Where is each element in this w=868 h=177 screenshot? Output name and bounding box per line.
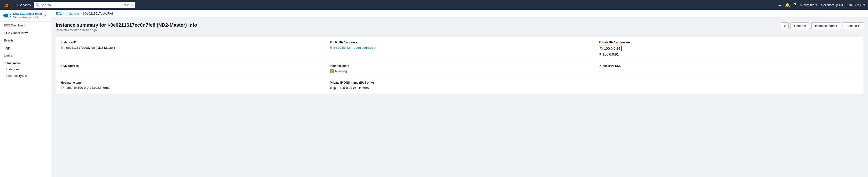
close-button[interactable]: ✕ (44, 13, 47, 18)
private-dns-label: Private IP DNS name (IPv4 only) (330, 81, 589, 84)
public-dns-dash: – (599, 69, 600, 73)
status-running: ✅ Running (330, 69, 347, 73)
hostname-type-value: IP name: ip-100-0-0-24.ec2.internal (61, 86, 320, 89)
toggle-feedback-link[interactable]: Tell us what you think (13, 16, 42, 19)
instance-id-value: ⧉ i-0e0211617ec0d7fe8 (ND2-Master) (61, 46, 320, 50)
instance-state-label: Instance state (815, 24, 835, 28)
copy-icon[interactable]: ⧉ (61, 46, 63, 50)
private-ip-2: 100.0.0.91 (602, 52, 619, 56)
public-dns-value: – (599, 69, 858, 73)
detail-cell-instance-id: Instance ID ⧉ i-0e0211617ec0d7fe8 (ND2-M… (56, 37, 325, 60)
refresh-icon: ↻ (783, 24, 786, 28)
sidebar-item-label: Limits (4, 54, 12, 57)
search-input[interactable] (41, 3, 121, 7)
ipv6-label: IPv6 address (61, 64, 320, 68)
refresh-button[interactable]: ↻ (781, 22, 788, 29)
open-address-link[interactable]: open address ↗ (354, 46, 376, 50)
sidebar-item-tags[interactable]: Tags (0, 44, 51, 52)
sidebar-item-instances[interactable]: Instances (0, 66, 51, 72)
section-arrow-icon: ▼ (4, 62, 6, 64)
public-ipv4-label: Public IPv4 address (330, 41, 589, 44)
instance-state-button[interactable]: Instance state ▾ (811, 22, 841, 29)
copy-icon[interactable]: ⧉ (599, 52, 601, 56)
detail-cell-public-dns: Public IPv4 DNS – (594, 60, 863, 77)
private-ip-item-2: ⧉ 100.0.0.91 (599, 52, 858, 56)
new-experience-toggle: New EC2 Experience Tell us what you thin… (0, 10, 51, 22)
breadcrumb-current: i-0e0211617ec0d7fe8 (83, 12, 114, 15)
private-dns-text: ip-100-0-0-24.ec2.internal (334, 86, 370, 90)
private-ip-1: 100.0.0.24 (604, 47, 620, 51)
main-content: EC2 › Instances › i-0e0211617ec0d7fe8 In… (51, 10, 868, 177)
actions-button[interactable]: Actions ▾ (843, 22, 863, 29)
pipe-separator: | (351, 46, 352, 50)
sidebar-item-ec2-dashboard[interactable]: EC2 Dashboard (0, 22, 51, 29)
nav-right: ☁ 🔔 ? N. Virginia ▾ aleccham @ 0393-2340… (777, 3, 865, 7)
user-menu[interactable]: aleccham @ 0393-2340-8238 ▾ (821, 3, 865, 7)
detail-grid: Instance ID ⧉ i-0e0211617ec0d7fe8 (ND2-M… (56, 37, 863, 94)
hostname-type-text: IP name: ip-100-0-0-24.ec2.internal (61, 86, 110, 89)
header-actions: ↻ Connect Instance state ▾ Actions ▾ (781, 22, 863, 29)
help-icon[interactable]: ? (794, 3, 796, 7)
cloud-icon[interactable]: ☁ (777, 3, 781, 7)
actions-label: Actions (846, 24, 857, 28)
detail-cell-instance-state: Instance state ✅ Running (325, 60, 594, 77)
instance-state-chevron-icon: ▾ (836, 24, 837, 28)
copy-icon[interactable]: ⧉ (600, 46, 602, 51)
connect-label: Connect (794, 24, 806, 28)
detail-cell-private-dns: Private IP DNS name (IPv4 only) ⧉ ip-100… (325, 77, 594, 94)
instance-header: Instance summary for i-0e0211617ec0d7fe8… (56, 22, 863, 32)
region-chevron-icon: ▾ (815, 3, 817, 7)
user-label: aleccham @ 0393-2340-8238 (821, 3, 862, 7)
search-shortcut: [Option+S] (121, 3, 133, 6)
content-area: Instance summary for i-0e0211617ec0d7fe8… (51, 18, 868, 99)
instance-state-cell-label: Instance state (330, 64, 589, 68)
status-text: Running (335, 69, 347, 73)
sidebar-item-label: Events (4, 38, 13, 42)
breadcrumb-sep2: › (81, 12, 82, 15)
instance-id-label: Instance ID (61, 41, 320, 44)
private-ipv4-label: Private IPv4 addresses (599, 41, 858, 44)
private-dns-value: ⧉ ip-100-0-0-24.ec2.internal (330, 86, 589, 90)
detail-cell-ipv6: IPv6 address – (56, 60, 325, 77)
sidebar-item-limits[interactable]: Limits (0, 52, 51, 59)
external-link-icon: ↗ (374, 46, 376, 50)
sidebar-item-label: EC2 Global View (4, 31, 28, 35)
connect-button[interactable]: Connect (790, 22, 809, 29)
aws-logo[interactable] (3, 2, 11, 8)
search-bar[interactable]: 🔍 [Option+S] (34, 2, 135, 8)
copy-icon[interactable]: ⧉ (330, 46, 332, 50)
detail-cell-public-ipv4: Public IPv4 address ⧉ 54.90.56.32 | open… (325, 37, 594, 60)
private-ip-list: ⧉ 100.0.0.24 ⧉ 100.0.0.91 (599, 46, 858, 56)
toggle-label: New EC2 Experience (13, 12, 42, 16)
sidebar-section-instances[interactable]: ▼ Instances (0, 59, 51, 66)
ipv6-value: – (61, 69, 320, 73)
breadcrumb-ec2[interactable]: EC2 (56, 12, 62, 15)
private-ip-highlight: ⧉ 100.0.0.24 (599, 46, 621, 51)
instance-state-cell-value: ✅ Running (330, 69, 589, 73)
sidebar-item-ec2-global-view[interactable]: EC2 Global View (0, 29, 51, 37)
region-label: N. Virginia (800, 3, 814, 7)
sidebar-item-label: EC2 Dashboard (4, 24, 26, 27)
bell-icon[interactable]: 🔔 (785, 3, 790, 7)
detail-cell-hostname-type: Hostname type IP name: ip-100-0-0-24.ec2… (56, 77, 325, 94)
hostname-type-label: Hostname type (61, 81, 320, 84)
user-chevron-icon: ▾ (863, 3, 865, 7)
open-address-text: open address (354, 46, 373, 50)
services-button[interactable]: ⊞ Services (14, 3, 31, 7)
info-badge[interactable]: Info (188, 22, 197, 28)
detail-cell-private-ipv4: Private IPv4 addresses ⧉ 100.0.0.24 ⧉ 10… (594, 37, 863, 60)
toggle-switch[interactable] (3, 13, 11, 18)
sidebar-item-events[interactable]: Events (0, 37, 51, 44)
instance-subtitle: Updated less than a minute ago (56, 28, 197, 32)
copy-icon[interactable]: ⧉ (330, 86, 332, 90)
sidebar-sub-label: Instances (6, 67, 20, 71)
detail-cell-empty (594, 77, 863, 94)
section-label: Instances (7, 62, 21, 65)
breadcrumb-instances[interactable]: Instances (66, 12, 80, 15)
breadcrumb-sep1: › (63, 12, 64, 15)
region-selector[interactable]: N. Virginia ▾ (800, 3, 817, 7)
sidebar-sub-label: Instance Types (6, 74, 27, 78)
private-ip-item-1: ⧉ 100.0.0.24 (599, 46, 858, 51)
public-ipv4-link[interactable]: 54.90.56.32 (334, 46, 350, 50)
sidebar-item-instance-types[interactable]: Instance Types (0, 72, 51, 79)
